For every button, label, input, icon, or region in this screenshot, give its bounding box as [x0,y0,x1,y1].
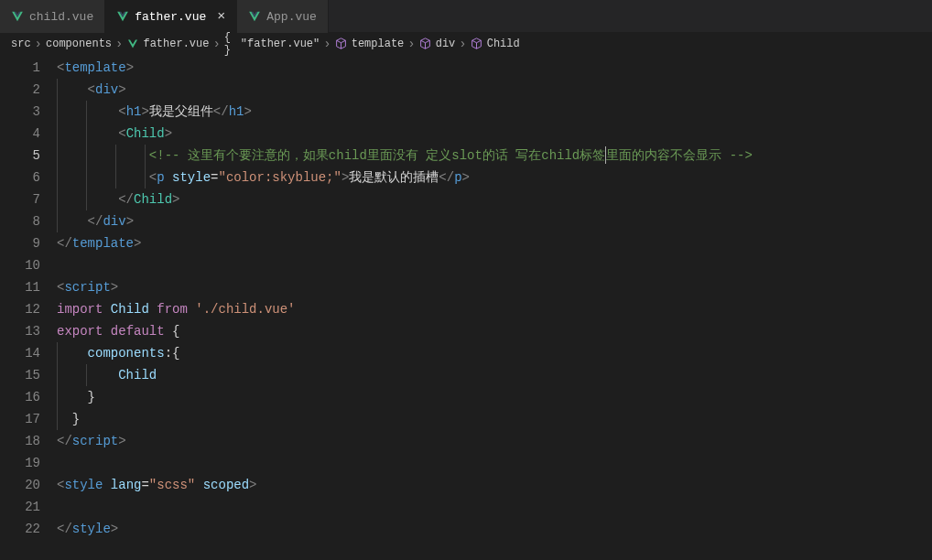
code-line: import Child from './child.vue' [57,298,932,320]
chevron-right-icon: › [407,37,415,51]
code-line: <div> [57,79,932,101]
breadcrumb-item[interactable]: father.vue [126,38,209,50]
line-number: 12 [0,298,40,320]
chevron-right-icon: › [323,37,331,51]
close-icon[interactable]: × [217,9,225,25]
editor[interactable]: 1 2 3 4 5 6 7 8 9 10 11 12 13 14 15 16 1… [0,54,932,560]
code-line: export default { [57,320,932,342]
code-line: <h1>我是父组件</h1> [57,101,932,123]
line-number: 1 [0,57,40,79]
cube-icon [419,38,432,50]
vue-icon [248,10,261,23]
breadcrumb: src › components › father.vue › { } "fat… [0,33,932,54]
cube-icon [335,38,348,50]
code-line: </style> [57,518,932,540]
tab-child-vue[interactable]: child.vue [0,0,105,33]
line-number: 3 [0,101,40,123]
line-number: 18 [0,430,40,452]
code-line: <template> [57,57,932,79]
code-line: </div> [57,210,932,232]
breadcrumb-item[interactable]: src [11,38,31,50]
cube-icon [471,38,483,50]
code-line: <Child> [57,123,932,145]
chevron-right-icon: › [459,37,466,51]
line-number: 13 [0,320,40,342]
chevron-right-icon: › [115,37,123,51]
code-line: } [57,386,932,408]
code-line [57,496,932,518]
line-number: 19 [0,452,40,474]
line-number: 15 [0,364,40,386]
vue-icon [116,10,129,23]
line-number: 6 [0,167,40,188]
tab-app-vue[interactable]: App.vue [237,0,329,33]
breadcrumb-item[interactable]: template [335,38,405,50]
line-number: 5 [0,145,40,167]
code-line: <p style="color:skyblue;">我是默认的插槽</p> [57,167,932,188]
line-number: 17 [0,408,40,430]
vue-icon [11,10,24,23]
code-line: <!-- 这里有个要注意的，如果child里面没有 定义slot的话 写在chi… [57,145,932,167]
line-number: 14 [0,342,40,364]
code-line: </script> [57,430,932,452]
breadcrumb-item[interactable]: { } "father.vue" [224,38,320,50]
code-area[interactable]: <template> <div> <h1>我是父组件</h1> <Child> … [57,54,932,560]
tab-bar: child.vue father.vue × App.vue [0,0,932,33]
line-number: 8 [0,210,40,232]
breadcrumb-item[interactable]: components [46,38,112,50]
line-number: 7 [0,188,40,210]
tab-label: father.vue [135,10,206,24]
braces-icon: { } [224,38,237,50]
code-line: <script> [57,276,932,298]
line-number: 2 [0,79,40,101]
code-line: </template> [57,232,932,254]
chevron-right-icon: › [35,37,42,51]
code-line: Child [57,364,932,386]
line-number: 16 [0,386,40,408]
tab-label: App.vue [266,10,317,24]
chevron-right-icon: › [212,37,220,51]
line-number: 11 [0,276,40,298]
tab-label: child.vue [29,10,93,24]
breadcrumb-item[interactable]: div [419,38,456,50]
line-number: 10 [0,254,40,276]
vue-icon [126,38,139,50]
code-line: </Child> [57,188,932,210]
code-line [57,254,932,276]
code-line: } [57,408,932,430]
code-line: components:{ [57,342,932,364]
line-number: 21 [0,496,40,518]
text-cursor [605,146,606,164]
tab-father-vue[interactable]: father.vue × [105,0,237,33]
code-line [57,452,932,474]
line-number: 20 [0,474,40,496]
line-number: 4 [0,123,40,145]
line-number: 9 [0,232,40,254]
code-line: <style lang="scss" scoped> [57,474,932,496]
breadcrumb-item[interactable]: Child [471,38,520,50]
line-gutter: 1 2 3 4 5 6 7 8 9 10 11 12 13 14 15 16 1… [0,54,57,560]
line-number: 22 [0,518,40,540]
